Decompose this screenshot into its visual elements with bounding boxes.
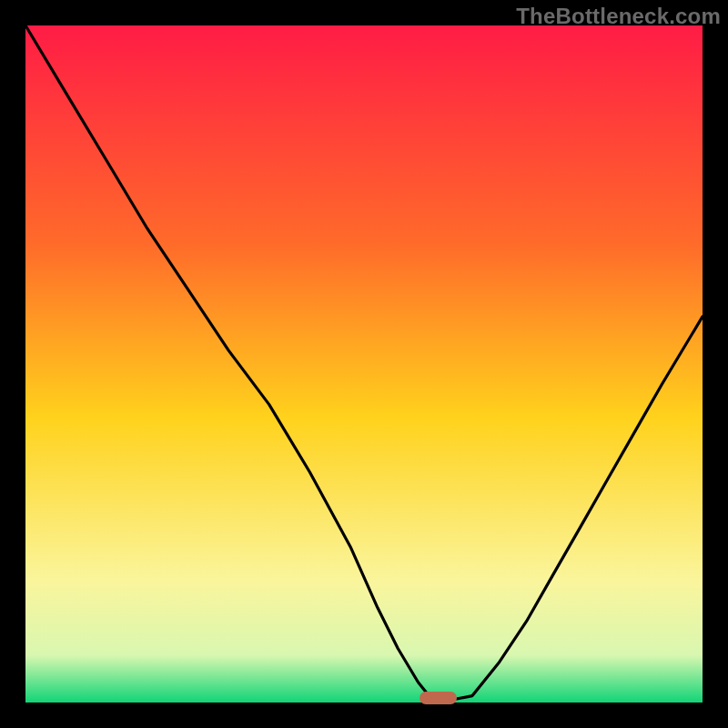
optimum-marker xyxy=(420,692,457,704)
chart-frame: TheBottleneck.com xyxy=(0,0,728,728)
attribution-text: TheBottleneck.com xyxy=(516,4,721,29)
bottleneck-curve xyxy=(25,25,703,703)
plot-area xyxy=(25,25,703,703)
